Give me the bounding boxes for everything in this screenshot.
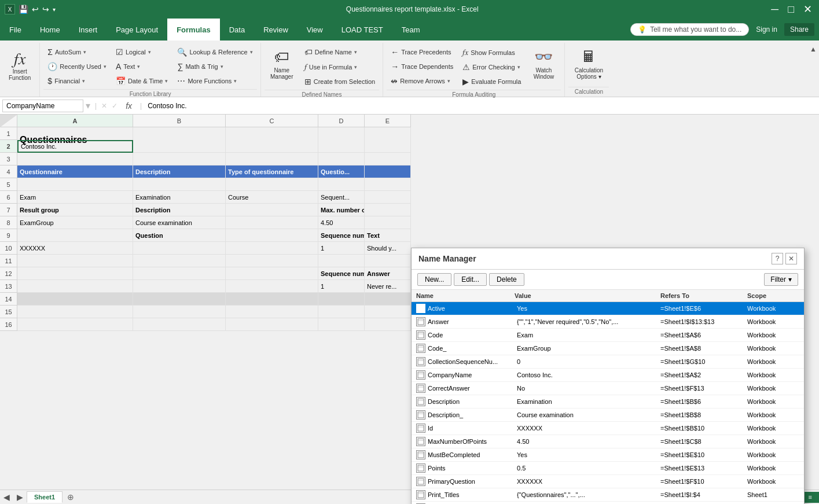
cell-A12[interactable]	[17, 267, 133, 280]
sheet-tab-sheet1[interactable]: Sheet1	[27, 491, 63, 503]
cell-A14[interactable]	[17, 293, 133, 306]
cell-A6[interactable]: Exam	[17, 191, 133, 204]
row-header-4[interactable]: 4	[0, 165, 17, 178]
trace-dependents-btn[interactable]: → Trace Dependents	[387, 60, 457, 73]
remove-arrows-btn[interactable]: ↮ Remove Arrows ▾	[387, 74, 457, 88]
formula-input[interactable]	[146, 101, 817, 111]
cell-E10[interactable]: Should y...	[365, 242, 411, 255]
next-sheet-btn[interactable]: ▶	[13, 491, 27, 503]
dialog-row[interactable]: Description_ Course examination =Sheet1!…	[412, 409, 804, 422]
recently-used-btn[interactable]: 🕐 Recently Used ▾	[43, 60, 111, 73]
cell-A2[interactable]: Contoso Inc.	[17, 140, 133, 153]
share-btn[interactable]: Share	[784, 23, 814, 36]
cell-A11[interactable]	[17, 255, 133, 267]
math-trig-btn[interactable]: ∑ Math & Trig ▾	[173, 60, 256, 73]
cell-C3[interactable]	[226, 153, 318, 165]
tab-formulas[interactable]: Formulas	[167, 19, 220, 41]
edit-btn[interactable]: Edit...	[454, 273, 487, 286]
cell-D12[interactable]: Sequence number	[318, 267, 365, 280]
cell-A9[interactable]	[17, 229, 133, 242]
tab-team[interactable]: Team	[392, 19, 429, 41]
dialog-row[interactable]: Active Yes =Sheet1!$E$6 Workbook	[412, 302, 804, 315]
tab-insert[interactable]: Insert	[69, 19, 107, 41]
row-header-14[interactable]: 14	[0, 293, 17, 306]
cell-E7[interactable]	[365, 204, 411, 216]
cell-C4[interactable]: Type of questionnaire	[226, 165, 318, 178]
cell-B2[interactable]	[133, 140, 226, 153]
cell-B14[interactable]	[133, 293, 226, 306]
dialog-row[interactable]: Code_ ExamGroup =Sheet1!$A$8 Workbook	[412, 342, 804, 355]
name-box-dropdown[interactable]: ▾	[86, 100, 90, 111]
add-sheet-btn[interactable]: ⊕	[63, 491, 79, 503]
col-header-A[interactable]: A	[17, 115, 133, 127]
create-from-selection-btn[interactable]: ⊞ Create from Selection	[300, 75, 379, 89]
restore-btn[interactable]: □	[785, 4, 796, 14]
calculation-options-btn[interactable]: 🖩 CalculationOptions ▾	[568, 44, 609, 83]
col-header-E[interactable]: E	[365, 115, 411, 127]
cell-D3[interactable]	[318, 153, 365, 165]
cell-E9[interactable]: Text	[365, 229, 411, 242]
watch-window-btn[interactable]: 👓 WatchWindow	[526, 44, 561, 83]
tab-home[interactable]: Home	[31, 19, 69, 41]
quick-access-save[interactable]: 💾	[19, 5, 28, 14]
quick-access-redo[interactable]: ↪	[42, 5, 49, 14]
new-btn[interactable]: New...	[417, 273, 451, 286]
dialog-row[interactable]: Answer {"","1","Never required","0.5","N…	[412, 315, 804, 329]
cell-E5[interactable]	[365, 178, 411, 191]
dialog-table-body[interactable]: Active Yes =Sheet1!$E$6 Workbook Answer …	[412, 302, 804, 504]
dialog-row[interactable]: Id XXXXXX =Sheet1!$B$10 Workbook	[412, 422, 804, 435]
cell-B13[interactable]	[133, 280, 226, 293]
cell-D6[interactable]: Sequent...	[318, 191, 365, 204]
cell-B10[interactable]	[133, 242, 226, 255]
cell-E13[interactable]: Never re...	[365, 280, 411, 293]
cell-D4[interactable]: Questio...	[318, 165, 365, 178]
cell-A8[interactable]: ExamGroup	[17, 216, 133, 229]
cell-E4[interactable]	[365, 165, 411, 178]
cell-C8[interactable]	[226, 216, 318, 229]
cell-C13[interactable]	[226, 280, 318, 293]
row-header-15[interactable]: 15	[0, 306, 17, 318]
cell-C16[interactable]	[226, 318, 318, 331]
dialog-close-btn[interactable]: ✕	[785, 253, 797, 264]
row-header-8[interactable]: 8	[0, 216, 17, 229]
page-break-btn[interactable]: ≡	[809, 494, 812, 501]
text-btn[interactable]: A Text ▾	[112, 60, 172, 73]
dialog-row[interactable]: CollectionSequenceNu... 0 =Sheet1!$G$10 …	[412, 355, 804, 369]
cell-D14[interactable]	[318, 293, 365, 306]
cell-B6[interactable]: Examination	[133, 191, 226, 204]
ribbon-collapse-btn[interactable]: ▲	[807, 43, 819, 97]
dialog-row[interactable]: MaxNumberOfPoints 4.50 =Sheet1!$C$8 Work…	[412, 435, 804, 448]
date-time-btn[interactable]: 📅 Date & Time ▾	[112, 74, 172, 88]
cell-D13[interactable]: 1	[318, 280, 365, 293]
row-header-1[interactable]: 1	[0, 127, 17, 140]
row-header-7[interactable]: 7	[0, 204, 17, 216]
cell-A7[interactable]: Result group	[17, 204, 133, 216]
evaluate-formula-btn[interactable]: ▶ Evaluate Formula	[458, 75, 525, 89]
tab-load-test[interactable]: LOAD TEST	[332, 19, 392, 41]
cell-C11[interactable]	[226, 255, 318, 267]
cell-C6[interactable]: Course	[226, 191, 318, 204]
cell-B3[interactable]	[133, 153, 226, 165]
logical-btn[interactable]: ☑ Logical ▾	[112, 45, 172, 59]
dialog-row[interactable]: Question {"","Question","Sequence number…	[412, 502, 804, 504]
tab-file[interactable]: File	[0, 19, 31, 41]
close-btn[interactable]: ✕	[801, 4, 814, 14]
name-manager-btn[interactable]: 🏷 NameManager	[265, 44, 299, 83]
row-header-16[interactable]: 16	[0, 318, 17, 331]
cell-C12[interactable]	[226, 267, 318, 280]
prev-sheet-btn[interactable]: ◀	[0, 491, 13, 503]
cell-A13[interactable]	[17, 280, 133, 293]
col-header-B[interactable]: B	[133, 115, 226, 127]
dialog-row[interactable]: Print_Titles {"Questionnaires","...",...…	[412, 488, 804, 502]
dialog-row[interactable]: Description Examination =Sheet1!$B$6 Wor…	[412, 395, 804, 409]
cell-C14[interactable]	[226, 293, 318, 306]
cell-E12[interactable]: Answer	[365, 267, 411, 280]
use-in-formula-btn[interactable]: 𝑓 Use in Formula ▾	[300, 60, 379, 74]
cell-E2[interactable]	[365, 140, 411, 153]
tell-me-box[interactable]: 💡 Tell me what you want to do...	[630, 23, 749, 36]
quick-access-undo[interactable]: ↩	[32, 5, 39, 14]
dialog-row[interactable]: CompanyName Contoso Inc. =Sheet1!$A$2 Wo…	[412, 369, 804, 382]
cell-D7[interactable]: Max. number of points	[318, 204, 365, 216]
tab-data[interactable]: Data	[220, 19, 254, 41]
cell-B8[interactable]: Course examination	[133, 216, 226, 229]
